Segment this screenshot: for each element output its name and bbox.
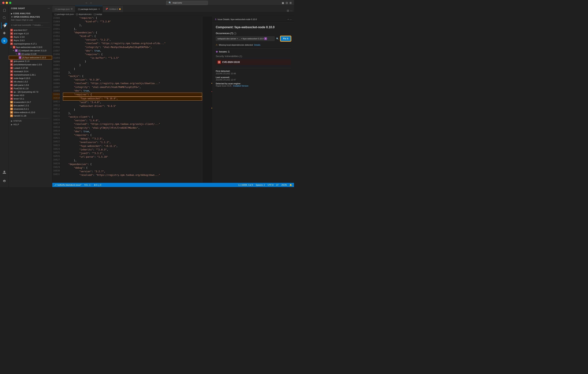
editor-area: { } package.json M { } package-lock.json… [52,6,294,187]
search-occurrence-icon[interactable]: 🔍 [276,38,279,40]
codesight-icon[interactable]: S [1,38,8,44]
pkg-nth-check[interactable]: H nth-check 1.0.2 [9,80,52,83]
tab-pin-icon: 📌 [105,8,108,10]
pkg-faye-websocket-selected[interactable]: T [3] faye-websocket 0.10.0 [9,56,52,60]
pkg-nanoid[interactable]: M nanoid 3.1.18 [9,114,52,118]
issue-panel-header: S Issue Details: faye-websocket-node 0.1… [213,16,294,22]
first-detected-value: 2023年2月19日 10:48 [216,72,291,75]
search-input[interactable] [173,1,203,4]
issue-panel-close-button[interactable]: × [288,18,289,21]
info-icon[interactable]: ? [234,32,236,35]
divider-panel2 [216,68,291,68]
pkg-ansi-html[interactable]: H ansi-html 0.0.7 [9,28,52,32]
help-toggle[interactable]: ▶ HELP [11,124,50,126]
pkg-webpack-dev-server[interactable]: ▼ D [1] webpack-dev-server 3.11.0 [9,49,52,52]
error-status[interactable]: ⊗ 0 △ 0 [94,184,101,186]
fix-it-button[interactable]: Fix it [280,36,291,41]
encoding-setting[interactable]: UTF-8 [268,184,273,186]
severity-badge-m: M [10,104,13,107]
pkg-browserslist[interactable]: M browserslist 4.14.7 [9,100,52,104]
sync-status[interactable]: ⟲ 0↓ 1↑ [84,184,91,186]
layout-icon-2[interactable]: ⊟ [286,1,288,4]
issue-panel-more-button[interactable]: ··· [289,18,292,21]
code-line-highlighted-2: "faye-websocket": "^0.10.0", [63,97,202,101]
notifications-icon[interactable]: 🔔 [289,184,292,186]
search-bar[interactable]: 🔍 [166,1,208,5]
git-branch[interactable]: ⎇ hotfix/fix-blackduck-issue* [54,184,82,186]
pkg-async-2[interactable]: H Async 2.6.3 [9,39,52,42]
close-button[interactable] [2,2,5,4]
sort-label: Sort: Impact (High to Low) [9,19,52,22]
severity-badge-h: H [10,60,13,63]
settings-icon[interactable] [1,178,8,184]
severity-badge-m: M [10,101,13,103]
divider [11,22,50,23]
code-line: "sockjs-client": { [63,115,202,119]
pkg-faye-websocket-node[interactable]: ▼ H faye-websocket-node 0.10.0 [9,45,52,49]
language-mode[interactable]: JSON [281,184,287,186]
pkg-express[interactable]: H expressjs/express 4.17.1 [9,42,52,45]
cve-row[interactable]: H CVE-2020-15133 [216,59,291,65]
tab-package-json[interactable]: { } package.json M [52,6,75,12]
breadcrumb-dependencies[interactable]: { } dependencies [76,13,92,15]
pkg-sockjs[interactable]: ▼ T [2] sockjs 0.3.20 [9,52,52,56]
pkg-minimatch[interactable]: H minimatch 3.0.4 [9,70,52,73]
pkg-dns-packet[interactable]: M dns-packet 1.3.1 [9,104,52,107]
pkg-glob-parent[interactable]: H glob-parent 3.1.0 [9,60,52,63]
pkg-terser-5[interactable]: H terser 5.5.1 [9,97,52,100]
code-line: "kind-of": "^3.2.0" [63,20,202,23]
account-icon[interactable] [1,169,8,176]
maximize-button[interactable] [9,2,11,4]
code-line: "json3": "^3.3.2", [63,151,202,155]
code-analysis-section[interactable]: ▶ CODE ANALYSIS [9,12,52,15]
tab-untitled-1[interactable]: 📌 Untitled-1 [103,6,124,12]
back-button[interactable]: ← [85,1,88,4]
warning-row: ⚠ Missing local dependencies detected De… [216,43,291,46]
pkg-postcss[interactable]: H PostCSS 8.1.10 [9,87,52,90]
pkg-einaros[interactable]: M einaros/ws 6.2.1 [9,107,52,111]
breadcrumb-sockjs[interactable]: { } sockjs [94,13,102,15]
pkg-jonschlinkert[interactable]: H jonschlinkert/unset-value 1.0.0 [9,63,52,66]
code-line: }, [63,71,202,75]
spaces-setting[interactable]: Spaces: 2 [256,184,265,186]
pkg-qs[interactable]: H qs - QS Querystring v6.7.0 [9,90,52,94]
tab-package-lock-json[interactable]: { } package-lock.json × [75,6,103,12]
search-icon[interactable] [1,15,8,21]
code-line: "dependencies": { [63,31,202,34]
pkg-node-forge[interactable]: H node-forge 0.10.0 [9,76,52,80]
layout-icon-1[interactable]: ▣ [282,1,284,4]
severity-badge-h: H [10,87,13,90]
pkg-ansi-regex[interactable]: H ansi-regex 4.1.0 [9,32,52,35]
code-content[interactable]: "requires": { "kind-of": "^3.2.0" }, }, … [61,16,202,183]
pkg-path-parse[interactable]: H path-parse 1.0.6 [9,83,52,87]
explorer-icon[interactable] [1,7,8,14]
sidebar-menu-button[interactable]: ··· [48,7,50,10]
pkg-follow-redirects[interactable]: M follow-redirects v1.13.0 [9,111,52,114]
status-toggle[interactable]: ▶ STATUS [11,120,50,122]
osa-section[interactable]: ▼ OPEN SOURCE ANALYSIS [9,15,52,19]
pkg-lodash[interactable]: H Lodash 4.17.20 [9,66,52,70]
severity-badge-h: H [10,77,13,80]
split-editor-button[interactable]: ⊟ [287,9,289,12]
installed-version-link[interactable]: Installed Version [233,85,249,87]
git-icon[interactable]: 1 [1,22,8,29]
more-actions-button[interactable]: ··· [290,9,293,12]
pkg-moment[interactable]: H moment/moment 2.29.1 [9,73,52,76]
extensions-icon[interactable] [1,30,8,36]
severity-badge-h: H [10,43,13,45]
code-line: "faye-websocket": "~0.11.1", [63,144,202,148]
close-tab-button[interactable]: × [98,8,100,11]
forward-button[interactable]: → [89,1,92,4]
code-editor[interactable]: 15988 15989 15990 15991 15992 15993 1599… [52,16,212,183]
pkg-terser-4[interactable]: H terser 4.8.0 [9,94,52,97]
pkg-async-1[interactable]: H Async 1.5.0 [9,35,52,39]
breadcrumb-file[interactable]: { } package-lock.json [54,13,74,15]
line-ending-setting[interactable]: LF [276,184,279,186]
layout-icon-3[interactable]: ⊞ [289,1,292,4]
code-line: "dependencies": { [63,162,202,166]
cursor-position[interactable]: Ln 16009, Col 9 [238,184,253,186]
minimize-button[interactable] [6,2,8,4]
issue-panel-title: Issue Details: faye-websocket-node 0.10.… [218,18,288,21]
details-link[interactable]: Details [254,44,261,46]
severity-badge-h: H [10,74,13,76]
